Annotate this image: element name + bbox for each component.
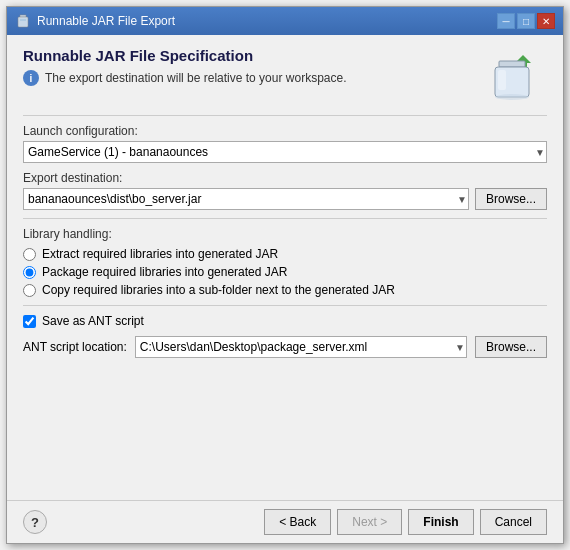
- radio-package-input[interactable]: [23, 266, 36, 279]
- form-area: Launch configuration: GameService (1) - …: [23, 124, 547, 492]
- minimize-button[interactable]: ─: [497, 13, 515, 29]
- page-title: Runnable JAR File Specification: [23, 47, 487, 64]
- jar-icon-container: [487, 47, 547, 107]
- export-browse-button[interactable]: Browse...: [475, 188, 547, 210]
- svg-rect-2: [20, 19, 26, 21]
- launch-config-group: Launch configuration: GameService (1) - …: [23, 124, 547, 163]
- ant-location-select[interactable]: C:\Users\dan\Desktop\package_server.xml: [135, 336, 467, 358]
- ant-location-label: ANT script location:: [23, 340, 127, 354]
- radio-package[interactable]: Package required libraries into generate…: [23, 265, 547, 279]
- ant-script-label: Save as ANT script: [42, 314, 144, 328]
- svg-rect-1: [18, 17, 28, 27]
- help-button[interactable]: ?: [23, 510, 47, 534]
- radio-extract-input[interactable]: [23, 248, 36, 261]
- back-button[interactable]: < Back: [264, 509, 331, 535]
- title-bar-controls: ─ □ ✕: [497, 13, 555, 29]
- content-area: Runnable JAR File Specification i The ex…: [7, 35, 563, 500]
- svg-rect-4: [499, 61, 525, 67]
- next-button[interactable]: Next >: [337, 509, 402, 535]
- svg-rect-6: [498, 70, 506, 90]
- cancel-button[interactable]: Cancel: [480, 509, 547, 535]
- radio-copy[interactable]: Copy required libraries into a sub-folde…: [23, 283, 547, 297]
- radio-extract[interactable]: Extract required libraries into generate…: [23, 247, 547, 261]
- radio-extract-label: Extract required libraries into generate…: [42, 247, 278, 261]
- launch-config-wrapper: GameService (1) - bananaounces ▼: [23, 141, 547, 163]
- jar-svg: [487, 47, 539, 103]
- export-destination-wrapper: bananaounces\dist\bo_server.jar ▼: [23, 188, 469, 210]
- ant-location-wrapper: C:\Users\dan\Desktop\package_server.xml …: [135, 336, 467, 358]
- launch-config-select[interactable]: GameService (1) - bananaounces: [23, 141, 547, 163]
- close-button[interactable]: ✕: [537, 13, 555, 29]
- radio-copy-input[interactable]: [23, 284, 36, 297]
- nav-buttons: < Back Next > Finish Cancel: [264, 509, 547, 535]
- library-handling-section: Library handling: Extract required libra…: [23, 218, 547, 314]
- finish-button[interactable]: Finish: [408, 509, 473, 535]
- launch-config-label: Launch configuration:: [23, 124, 547, 138]
- svg-point-7: [495, 94, 529, 100]
- page-header-left: Runnable JAR File Specification i The ex…: [23, 47, 487, 86]
- radio-group: Extract required libraries into generate…: [23, 247, 547, 306]
- maximize-button[interactable]: □: [517, 13, 535, 29]
- title-bar-icon: [15, 13, 31, 29]
- window: Runnable JAR File Export ─ □ ✕ Runnable …: [6, 6, 564, 544]
- export-destination-label: Export destination:: [23, 171, 547, 185]
- export-destination-select[interactable]: bananaounces\dist\bo_server.jar: [23, 188, 469, 210]
- bottom-bar: ? < Back Next > Finish Cancel: [7, 500, 563, 543]
- radio-copy-label: Copy required libraries into a sub-folde…: [42, 283, 395, 297]
- radio-package-label: Package required libraries into generate…: [42, 265, 287, 279]
- title-bar-left: Runnable JAR File Export: [15, 13, 175, 29]
- ant-location-row: ANT script location: C:\Users\dan\Deskto…: [23, 336, 547, 358]
- title-bar-text: Runnable JAR File Export: [37, 14, 175, 28]
- export-destination-group: Export destination: bananaounces\dist\bo…: [23, 171, 547, 210]
- library-handling-label: Library handling:: [23, 227, 547, 241]
- info-row: i The export destination will be relativ…: [23, 70, 487, 86]
- info-icon: i: [23, 70, 39, 86]
- ant-browse-button[interactable]: Browse...: [475, 336, 547, 358]
- ant-script-checkbox[interactable]: [23, 315, 36, 328]
- ant-script-row: Save as ANT script: [23, 314, 547, 328]
- svg-rect-0: [20, 15, 26, 17]
- page-header: Runnable JAR File Specification i The ex…: [23, 47, 547, 116]
- info-text: The export destination will be relative …: [45, 71, 346, 85]
- title-bar: Runnable JAR File Export ─ □ ✕: [7, 7, 563, 35]
- export-destination-row: bananaounces\dist\bo_server.jar ▼ Browse…: [23, 188, 547, 210]
